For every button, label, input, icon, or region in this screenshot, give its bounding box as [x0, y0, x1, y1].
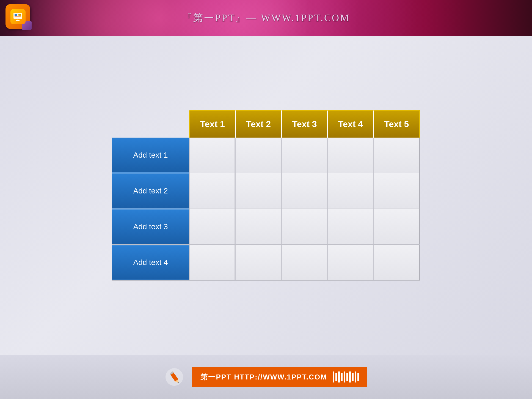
page-header: 『第一PPT』— WWW.1PPT.COM	[0, 0, 532, 36]
col-header-4: Text 4	[328, 110, 374, 138]
row-header-4: Add text 4	[112, 245, 189, 280]
col-header-5: Text 5	[374, 110, 420, 138]
row-cell-4-5[interactable]	[374, 245, 420, 280]
col-header-1: Text 1	[189, 110, 236, 138]
row-cell-2-5[interactable]	[374, 173, 420, 209]
stripe	[338, 371, 340, 382]
pencil-icon	[165, 367, 184, 387]
row-cell-1-2[interactable]	[235, 138, 281, 173]
row-cell-3-5[interactable]	[374, 209, 420, 244]
stripe	[341, 373, 343, 381]
row-cell-1-3[interactable]	[281, 138, 327, 173]
table-row: Add text 2	[112, 173, 420, 209]
stripe	[344, 371, 345, 382]
row-header-2: Add text 2	[112, 173, 189, 209]
row-header-1: Add text 1	[112, 138, 189, 173]
row-cell-3-1[interactable]	[189, 209, 235, 244]
presentation-icon	[12, 11, 23, 22]
stripe	[333, 371, 334, 382]
page-footer: 第一PPT HTTP://WWW.1PPT.COM	[0, 355, 532, 399]
stripe	[335, 373, 337, 381]
row-cell-4-3[interactable]	[281, 245, 327, 280]
logo-inner	[10, 9, 26, 24]
footer-bar: 第一PPT HTTP://WWW.1PPT.COM	[192, 367, 367, 387]
row-cell-3-3[interactable]	[281, 209, 327, 244]
table-wrapper: Text 1 Text 2 Text 3 Text 4 Text 5 Add t…	[112, 110, 420, 281]
row-cell-2-3[interactable]	[281, 173, 327, 209]
table-row: Add text 3	[112, 209, 420, 245]
header-title: 『第一PPT』— WWW.1PPT.COM	[182, 11, 350, 25]
main-content: Text 1 Text 2 Text 3 Text 4 Text 5 Add t…	[0, 36, 532, 355]
app-logo	[5, 4, 30, 29]
col-header-2: Text 2	[236, 110, 282, 138]
row-cell-4-2[interactable]	[235, 245, 281, 280]
table-row: Add text 4	[112, 245, 420, 281]
footer-text: 第一PPT HTTP://WWW.1PPT.COM	[200, 372, 327, 382]
stripe	[349, 371, 351, 382]
svg-rect-2	[18, 14, 21, 15]
table-body: Add text 1 Add text 2 Add text 3	[112, 138, 420, 281]
row-cell-3-4[interactable]	[327, 209, 374, 244]
col-header-3: Text 3	[282, 110, 328, 138]
svg-rect-4	[15, 17, 21, 17]
svg-rect-1	[15, 14, 17, 16]
row-cell-4-4[interactable]	[327, 245, 374, 280]
row-cell-2-2[interactable]	[235, 173, 281, 209]
row-cell-1-1[interactable]	[189, 138, 235, 173]
table-row: Add text 1	[112, 138, 420, 173]
row-cell-2-4[interactable]	[327, 173, 374, 209]
row-cell-1-4[interactable]	[327, 138, 374, 173]
row-cell-4-1[interactable]	[189, 245, 235, 280]
row-cell-3-2[interactable]	[235, 209, 281, 244]
row-header-3: Add text 3	[112, 209, 189, 244]
svg-rect-3	[18, 15, 21, 16]
table-header-row: Text 1 Text 2 Text 3 Text 4 Text 5	[189, 110, 420, 138]
row-cell-2-1[interactable]	[189, 173, 235, 209]
stripe	[355, 371, 356, 382]
footer-stripes	[333, 371, 359, 382]
stripe	[346, 373, 348, 381]
row-cell-1-5[interactable]	[374, 138, 420, 173]
stripe	[352, 373, 354, 381]
stripe	[357, 373, 359, 381]
